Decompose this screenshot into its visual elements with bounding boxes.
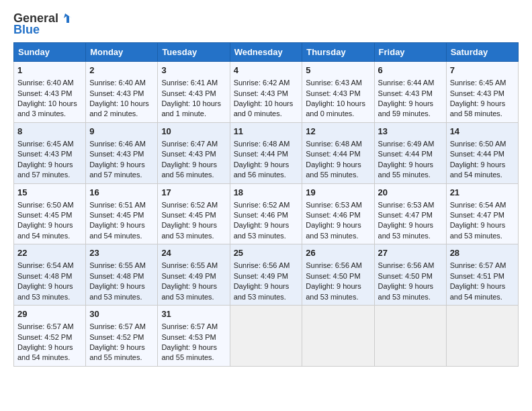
calendar-cell: 14 Sunrise: 6:50 AM Sunset: 4:44 PM Dayl…	[446, 122, 518, 183]
daylight-text: Daylight: 10 hours and 2 minutes.	[89, 99, 149, 118]
week-row-2: 8 Sunrise: 6:45 AM Sunset: 4:43 PM Dayli…	[14, 122, 519, 183]
daylight-text: Daylight: 9 hours and 53 minutes.	[378, 282, 434, 300]
day-number: 16	[89, 187, 154, 199]
sunset-text: Sunset: 4:45 PM	[89, 211, 144, 219]
daylight-text: Daylight: 9 hours and 54 minutes.	[17, 221, 73, 239]
calendar-cell: 19 Sunrise: 6:53 AM Sunset: 4:46 PM Dayl…	[302, 183, 374, 244]
sunrise-text: Sunrise: 6:56 AM	[306, 261, 362, 269]
daylight-text: Daylight: 9 hours and 53 minutes.	[378, 221, 434, 239]
sunrise-text: Sunrise: 6:56 AM	[234, 261, 290, 269]
daylight-text: Daylight: 9 hours and 56 minutes.	[161, 161, 217, 179]
sunrise-text: Sunrise: 6:46 AM	[89, 140, 146, 148]
calendar-cell: 10 Sunrise: 6:47 AM Sunset: 4:43 PM Dayl…	[158, 122, 230, 183]
daylight-text: Daylight: 9 hours and 54 minutes.	[89, 221, 145, 239]
calendar-cell: 29 Sunrise: 6:57 AM Sunset: 4:52 PM Dayl…	[14, 306, 86, 367]
day-number: 1	[17, 64, 82, 77]
sunrise-text: Sunrise: 6:47 AM	[161, 140, 218, 148]
sunset-text: Sunset: 4:43 PM	[161, 89, 216, 97]
daylight-text: Daylight: 9 hours and 59 minutes.	[378, 99, 434, 118]
header-friday: Friday	[374, 43, 446, 62]
calendar-cell: 17 Sunrise: 6:52 AM Sunset: 4:45 PM Dayl…	[158, 183, 230, 244]
sunrise-text: Sunrise: 6:50 AM	[17, 201, 74, 209]
day-number: 12	[306, 126, 370, 138]
day-number: 15	[17, 187, 82, 199]
day-number: 7	[450, 64, 515, 77]
daylight-text: Daylight: 9 hours and 53 minutes.	[89, 282, 145, 300]
day-number: 26	[306, 247, 370, 259]
header-wednesday: Wednesday	[230, 43, 302, 62]
day-number: 14	[450, 126, 515, 138]
sunset-text: Sunset: 4:49 PM	[234, 272, 288, 280]
calendar-cell: 4 Sunrise: 6:42 AM Sunset: 4:43 PM Dayli…	[230, 62, 302, 123]
day-number: 21	[450, 187, 515, 199]
sunrise-text: Sunrise: 6:57 AM	[450, 261, 506, 269]
day-number: 13	[378, 126, 443, 138]
sunrise-text: Sunrise: 6:53 AM	[306, 201, 362, 209]
sunrise-text: Sunrise: 6:52 AM	[161, 201, 218, 209]
daylight-text: Daylight: 9 hours and 54 minutes.	[450, 161, 506, 179]
sunrise-text: Sunrise: 6:57 AM	[89, 322, 146, 330]
sunrise-text: Sunrise: 6:48 AM	[306, 140, 362, 148]
daylight-text: Daylight: 9 hours and 56 minutes.	[234, 161, 290, 179]
calendar-cell: 27 Sunrise: 6:56 AM Sunset: 4:50 PM Dayl…	[374, 244, 446, 306]
daylight-text: Daylight: 10 hours and 3 minutes.	[17, 99, 77, 118]
sunset-text: Sunset: 4:43 PM	[161, 150, 216, 158]
calendar-cell: 15 Sunrise: 6:50 AM Sunset: 4:45 PM Dayl…	[14, 183, 86, 244]
sunset-text: Sunset: 4:52 PM	[17, 333, 72, 341]
daylight-text: Daylight: 9 hours and 54 minutes.	[17, 343, 73, 361]
calendar-cell: 8 Sunrise: 6:45 AM Sunset: 4:43 PM Dayli…	[14, 122, 86, 183]
calendar-cell: 12 Sunrise: 6:48 AM Sunset: 4:44 PM Dayl…	[302, 122, 374, 183]
calendar-cell: 18 Sunrise: 6:52 AM Sunset: 4:46 PM Dayl…	[230, 183, 302, 244]
sunset-text: Sunset: 4:43 PM	[89, 89, 144, 97]
week-row-3: 15 Sunrise: 6:50 AM Sunset: 4:45 PM Dayl…	[14, 183, 519, 244]
header-sunday: Sunday	[14, 43, 86, 62]
daylight-text: Daylight: 9 hours and 53 minutes.	[306, 221, 361, 239]
sunset-text: Sunset: 4:43 PM	[450, 89, 504, 97]
day-number: 5	[306, 64, 370, 77]
sunrise-text: Sunrise: 6:40 AM	[17, 79, 74, 87]
sunrise-text: Sunrise: 6:51 AM	[89, 201, 146, 209]
sunrise-text: Sunrise: 6:41 AM	[161, 79, 218, 87]
calendar-cell: 23 Sunrise: 6:55 AM Sunset: 4:48 PM Dayl…	[86, 244, 158, 306]
sunrise-text: Sunrise: 6:40 AM	[89, 79, 146, 87]
sunset-text: Sunset: 4:53 PM	[161, 333, 216, 341]
day-number: 25	[234, 247, 299, 259]
calendar-cell: 6 Sunrise: 6:44 AM Sunset: 4:43 PM Dayli…	[374, 62, 446, 123]
week-row-1: 1 Sunrise: 6:40 AM Sunset: 4:43 PM Dayli…	[14, 62, 519, 123]
header-tuesday: Tuesday	[158, 43, 230, 62]
day-number: 22	[17, 247, 82, 259]
daylight-text: Daylight: 9 hours and 55 minutes.	[161, 343, 217, 361]
logo-chevron-icon	[60, 11, 75, 26]
sunset-text: Sunset: 4:43 PM	[306, 89, 360, 97]
day-number: 24	[161, 247, 226, 259]
daylight-text: Daylight: 9 hours and 55 minutes.	[306, 161, 361, 179]
sunset-text: Sunset: 4:43 PM	[17, 150, 72, 158]
sunrise-text: Sunrise: 6:56 AM	[378, 261, 435, 269]
day-number: 10	[161, 126, 226, 138]
sunrise-text: Sunrise: 6:55 AM	[161, 261, 218, 269]
calendar-cell: 3 Sunrise: 6:41 AM Sunset: 4:43 PM Dayli…	[158, 62, 230, 123]
day-number: 3	[161, 64, 226, 77]
day-number: 8	[17, 126, 82, 138]
logo: General Blue	[13, 11, 75, 37]
daylight-text: Daylight: 9 hours and 58 minutes.	[450, 99, 506, 118]
daylight-text: Daylight: 9 hours and 54 minutes.	[450, 282, 506, 300]
calendar-cell: 21 Sunrise: 6:54 AM Sunset: 4:47 PM Dayl…	[446, 183, 518, 244]
calendar-cell: 9 Sunrise: 6:46 AM Sunset: 4:43 PM Dayli…	[86, 122, 158, 183]
sunrise-text: Sunrise: 6:50 AM	[450, 140, 506, 148]
sunset-text: Sunset: 4:44 PM	[234, 150, 288, 158]
logo-blue: Blue	[13, 23, 40, 37]
daylight-text: Daylight: 9 hours and 53 minutes.	[450, 221, 506, 239]
calendar-cell: 1 Sunrise: 6:40 AM Sunset: 4:43 PM Dayli…	[14, 62, 86, 123]
header-row: SundayMondayTuesdayWednesdayThursdayFrid…	[14, 43, 519, 62]
sunrise-text: Sunrise: 6:54 AM	[450, 201, 506, 209]
calendar-cell: 20 Sunrise: 6:53 AM Sunset: 4:47 PM Dayl…	[374, 183, 446, 244]
day-number: 29	[17, 308, 82, 320]
sunrise-text: Sunrise: 6:42 AM	[234, 79, 290, 87]
sunset-text: Sunset: 4:44 PM	[378, 150, 433, 158]
calendar-cell: 11 Sunrise: 6:48 AM Sunset: 4:44 PM Dayl…	[230, 122, 302, 183]
day-number: 2	[89, 64, 154, 77]
sunrise-text: Sunrise: 6:53 AM	[378, 201, 435, 209]
calendar-cell: 26 Sunrise: 6:56 AM Sunset: 4:50 PM Dayl…	[302, 244, 374, 306]
calendar-cell: 13 Sunrise: 6:49 AM Sunset: 4:44 PM Dayl…	[374, 122, 446, 183]
